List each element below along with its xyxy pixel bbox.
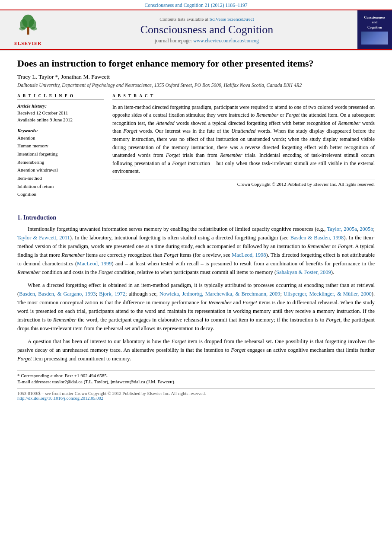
ref-taylor-2005a[interactable]: Taylor, 2005a <box>327 226 357 232</box>
elsevier-tree-icon <box>15 14 41 40</box>
authors: Tracy L. Taylor *, Jonathan M. Fawcett <box>17 73 375 80</box>
svg-rect-3 <box>27 27 29 35</box>
sciverse-line: Contents lists available at SciVerse Sci… <box>159 16 254 22</box>
article-title: Does an instruction to forget enhance me… <box>17 57 375 70</box>
ref-sahakyan-foster-2009[interactable]: Sahakyan & Foster, 2009 <box>276 269 331 275</box>
article-history-group: Article history: Received 12 October 201… <box>17 103 104 124</box>
journal-thumb-text: ConsciousnessandCognition <box>360 13 390 46</box>
introduction-title: 1. Introduction <box>17 214 375 221</box>
elsevier-logo-area: ELSEVIER <box>0 10 56 49</box>
intro-paragraph-2: When a directed forgetting effect is obt… <box>17 281 375 333</box>
ref-macleod-1999[interactable]: MacLeod, 1999 <box>77 261 112 267</box>
ref-ullsperger-2000[interactable]: Ullsperger, Mecklinger, & Müller, 2000 <box>284 291 372 297</box>
ref-taylor-2005b[interactable]: 2005b <box>360 226 373 232</box>
doi-anchor[interactable]: http://dx.doi.org/10.1016/j.concog.2012.… <box>17 396 103 401</box>
issn-text: 1053-8100/$ – see front matter Crown Cop… <box>17 391 375 396</box>
article-info-column: A R T I C L E I N F O Article history: R… <box>17 94 104 203</box>
journal-thumbnail: ConsciousnessandCognition <box>357 10 392 49</box>
keywords-group: Keywords: Attention Human memory Intenti… <box>17 128 104 199</box>
homepage-label: journal homepage: <box>155 38 192 43</box>
keyword-inhibition-return: Inhibition of return <box>17 182 104 191</box>
keyword-cognition: Cognition <box>17 190 104 198</box>
footer-bar: 1053-8100/$ – see front matter Crown Cop… <box>17 389 375 401</box>
elsevier-brand-text: ELSEVIER <box>14 41 42 46</box>
keywords-list: Attention Human memory Intentional forge… <box>17 134 104 199</box>
copyright-text: Crown Copyright © 2012 Published by Else… <box>112 179 375 187</box>
main-content: Does an instruction to forget enhance me… <box>0 51 392 409</box>
ref-taylor-fawcett-2011[interactable]: Taylor & Fawcett, 2011 <box>17 235 70 241</box>
intro-paragraph-1: Intentionally forgetting unwanted inform… <box>17 225 375 277</box>
abstract-column: A B S T R A C T In an item-method direct… <box>112 94 375 203</box>
contents-available-text: Contents lists available at <box>159 16 208 22</box>
svg-point-4 <box>19 27 25 31</box>
journal-citation-bar: Consciousness and Cognition 21 (2012) 11… <box>0 0 392 10</box>
abstract-section-label: A B S T R A C T <box>112 94 375 100</box>
intro-paragraph-3: A question that has been of interest to … <box>17 337 375 363</box>
corresponding-author-note: * Corresponding author. Fax: +1 902 494 … <box>17 373 375 378</box>
journal-homepage-line: journal homepage: www.elsevier.com/locat… <box>155 38 259 43</box>
keyword-remembering: Remembering <box>17 158 104 166</box>
journal-title-area: Contents lists available at SciVerse Sci… <box>56 10 357 49</box>
keywords-label: Keywords: <box>17 128 104 133</box>
journal-header: ELSEVIER Contents lists available at Sci… <box>0 10 392 50</box>
ref-bjork-1972[interactable]: Bjork, 1972 <box>99 291 125 297</box>
ref-basden-1998[interactable]: Basden & Basden, 1998 <box>290 235 344 241</box>
available-date: Available online 9 June 2012 <box>17 116 104 124</box>
article-info-abstract-section: A R T I C L E I N F O Article history: R… <box>17 94 375 203</box>
keyword-attention-withdrawal: Attention withdrawal <box>17 166 104 174</box>
footnote-area: * Corresponding author. Fax: +1 902 494 … <box>17 370 375 384</box>
keyword-human-memory: Human memory <box>17 142 104 150</box>
journal-citation-text: Consciousness and Cognition 21 (2012) 11… <box>145 3 248 8</box>
ref-basden-1993[interactable]: Basden, Basden, & Gargano, 1993 <box>19 291 96 297</box>
section-divider <box>17 209 375 209</box>
sciverse-link[interactable]: SciVerse ScienceDirect <box>210 16 254 22</box>
article-info-section-label: A R T I C L E I N F O <box>17 94 104 100</box>
keyword-intentional-forgetting: Intentional forgetting <box>17 150 104 158</box>
abstract-text: In an item-method directed forgetting pa… <box>112 103 375 175</box>
doi-link: http://dx.doi.org/10.1016/j.concog.2012.… <box>17 396 375 401</box>
affiliation: Dalhousie University, Department of Psyc… <box>17 83 375 88</box>
homepage-url[interactable]: www.elsevier.com/locate/concog <box>193 38 259 43</box>
ref-macleod-1998[interactable]: MacLeod, 1998 <box>232 252 266 258</box>
svg-point-5 <box>31 27 37 31</box>
email-note: E-mail addresses: ttaylor2@dal.ca (T.L. … <box>17 379 375 384</box>
journal-main-title: Consciousness and Cognition <box>140 23 274 36</box>
ref-nowicka-2009[interactable]: Nowicka, Jednorόg, Marchewika, & Brechma… <box>159 291 280 297</box>
history-label: Article history: <box>17 103 104 108</box>
keyword-item-method: Item-method <box>17 174 104 182</box>
received-date: Received 12 October 2011 <box>17 109 104 117</box>
keyword-attention: Attention <box>17 134 104 142</box>
